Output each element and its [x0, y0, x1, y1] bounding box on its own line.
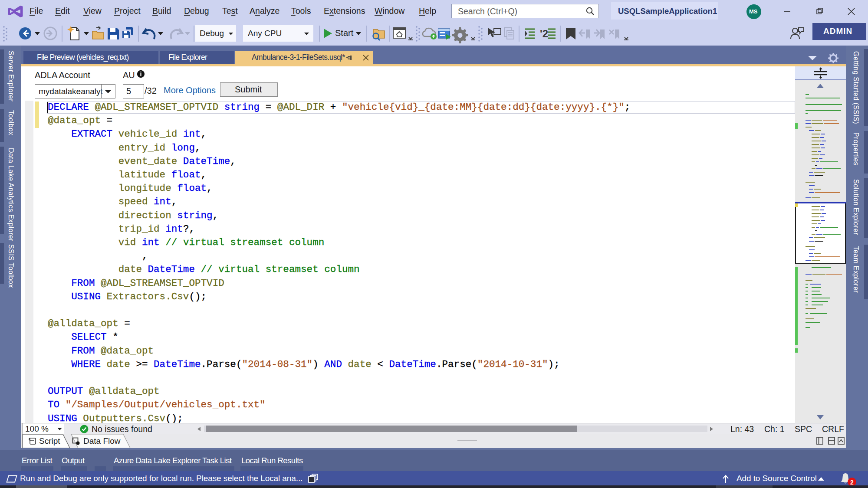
svg-text:'2: '2: [540, 28, 548, 39]
